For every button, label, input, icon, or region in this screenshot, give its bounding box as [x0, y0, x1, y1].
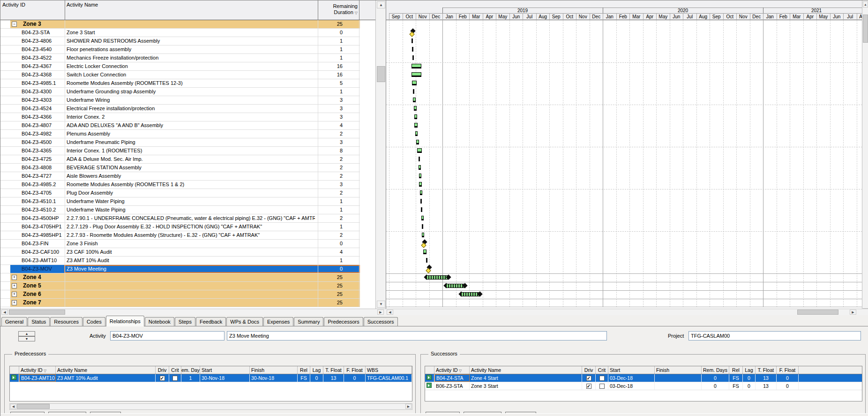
remaining-duration-cell[interactable]: 1	[305, 89, 343, 94]
expand-icon[interactable]: +	[12, 300, 17, 305]
activity-row[interactable]: B04-Z3-4303Underframe Wiring3	[0, 96, 360, 105]
remaining-duration-cell[interactable]: 5	[305, 80, 343, 86]
timescale-month[interactable]: Sep	[710, 13, 723, 20]
tab-feedback[interactable]: Feedback	[196, 317, 226, 326]
activity-row[interactable]: B04-Z3-CAF100Z3 CAF 100% Audit4	[0, 248, 360, 257]
tab-relationships[interactable]: Relationships	[106, 316, 144, 326]
activity-name-cell[interactable]: Electrical Freeze installation/protectio…	[67, 106, 315, 111]
timescale-month[interactable]: Jun	[830, 13, 844, 20]
rel-col-header[interactable]: Start	[608, 366, 655, 374]
activity-id-cell[interactable]: B04-Z3-4806	[22, 38, 52, 44]
activity-name-cell[interactable]: Underframe Wiring	[67, 97, 315, 103]
task-bar-short[interactable]	[420, 199, 422, 204]
rel-cell-id[interactable]: B06-Z3-STA	[434, 382, 470, 390]
activity-row[interactable]: B04-Z3-FINZone 3 Finish0	[0, 240, 360, 248]
activity-id-cell[interactable]: B04-Z3-4522	[22, 55, 52, 61]
task-bar[interactable]	[415, 131, 418, 136]
remaining-duration-cell[interactable]: 2	[305, 156, 343, 162]
rel-cell-name[interactable]: Zone 4 Start	[470, 374, 582, 382]
activity-id-cell[interactable]: B04-Z3-4985.2	[22, 182, 56, 187]
scrollbar-thumb[interactable]	[377, 66, 385, 82]
task-bar[interactable]	[414, 106, 417, 111]
rel-cell-wbs[interactable]: TFG-CASLAM00.1	[366, 374, 412, 382]
group-row[interactable]: +Zone 425	[0, 273, 360, 282]
activity-id-cell[interactable]: B04-Z3-4982	[22, 131, 52, 136]
activity-row[interactable]: B04-Z3-4985.2Roomette Modules Assembly (…	[0, 181, 360, 189]
activity-row[interactable]: B04-Z3-4705Plug Door Assembly2	[0, 189, 360, 197]
activity-row[interactable]: B04-Z3-4300Underframe Grounding strap As…	[0, 88, 360, 96]
timescale-month[interactable]: Mar	[629, 13, 643, 20]
activity-id-cell[interactable]: B04-Z3-4985HP1	[22, 232, 62, 238]
remaining-duration-cell[interactable]: 1	[305, 46, 343, 52]
timescale-month[interactable]: Oct	[723, 13, 737, 20]
activity-id-cell[interactable]: B04-Z3-4510.1	[22, 198, 56, 204]
remaining-duration-cell[interactable]: 4	[305, 122, 343, 128]
activity-name-cell[interactable]: BEVERAGE STATION Assembly	[67, 165, 315, 170]
remaining-duration-cell[interactable]: 25	[305, 300, 343, 305]
rel-col-header[interactable]: Lag	[310, 366, 323, 374]
activity-name-cell[interactable]: Roomette Modules Assembly (ROOMETTES 1 &…	[67, 182, 315, 187]
remaining-duration-cell[interactable]: 3	[305, 114, 343, 120]
remaining-duration-cell[interactable]: 4	[305, 249, 343, 255]
remaining-duration-cell[interactable]: 3	[305, 139, 343, 145]
tab-successors[interactable]: Successors	[364, 317, 398, 326]
activity-id-cell[interactable]: B04-Z3-4500HP	[22, 215, 59, 221]
task-bar-short[interactable]	[413, 89, 414, 94]
activity-row[interactable]: B04-Z3-4524Electrical Freeze installatio…	[0, 105, 360, 113]
rel-cell-lag[interactable]: 0	[743, 382, 756, 390]
remaining-duration-cell[interactable]: 2	[305, 165, 343, 170]
rel-cell-start[interactable]: 30-Nov-18	[200, 374, 250, 382]
rel-col-header[interactable]: Rel	[729, 366, 743, 374]
col-header-activity-id[interactable]: Activity ID	[2, 2, 25, 8]
timescale-month[interactable]: Oct	[403, 13, 416, 20]
activity-id-field[interactable]	[110, 331, 224, 340]
activity-row[interactable]: B04-Z3-4985.1Roomette Modules Assembly (…	[0, 79, 360, 88]
rel-cell-rem_days[interactable]: 1	[181, 374, 200, 382]
activity-id-cell[interactable]: B04-Z3-4500	[22, 139, 52, 145]
column-divider[interactable]	[318, 0, 318, 20]
timescale-month[interactable]: Feb	[456, 13, 470, 20]
group-row[interactable]: +Zone 625	[0, 290, 360, 299]
tab-resources[interactable]: Resources	[50, 317, 82, 326]
timescale-year[interactable]: 2019	[442, 8, 603, 13]
column-divider[interactable]	[65, 0, 65, 20]
timescale-year[interactable]: 2021	[763, 8, 862, 13]
activity-row[interactable]: B04-Z3-4727Aisle Blowers Assembly2	[0, 172, 360, 181]
remaining-duration-cell[interactable]: 25	[305, 291, 343, 297]
timescale-month[interactable]: Jul	[523, 13, 536, 20]
activity-name-cell[interactable]: Z3 Move Meeting	[67, 266, 315, 272]
activity-name-cell[interactable]: Zone 3 Finish	[67, 241, 315, 246]
activity-row[interactable]: B04-Z3-4808BEVERAGE STATION Assembly2	[0, 164, 360, 172]
scrollbar-thumb[interactable]	[863, 15, 868, 43]
activity-id-cell[interactable]: B04-Z3-FIN	[22, 241, 48, 246]
task-bar[interactable]	[420, 190, 422, 195]
rel-cell-t_float[interactable]: 13	[323, 374, 344, 382]
task-bar[interactable]	[412, 72, 421, 77]
critical-checkbox[interactable]	[599, 384, 605, 389]
activity-id-cell[interactable]: B04-Z3-4524	[22, 106, 52, 111]
activity-id-cell[interactable]: B04-Z3-AMT10	[22, 257, 57, 263]
rel-col-header[interactable]: Crit	[596, 366, 608, 374]
activity-name-cell[interactable]: Aisle Blowers Assembly	[67, 173, 315, 179]
remaining-duration-cell[interactable]: 0	[305, 241, 343, 246]
activity-row[interactable]: B04-Z3-4510.2Underframe Waste Piping1	[0, 206, 360, 214]
activity-id-cell[interactable]: B04-Z3-MOV	[22, 266, 52, 272]
relationship-row[interactable]: B04-Z4-STAZone 4 Start✓03-Dec-180FS0130	[425, 374, 862, 382]
timescale-month[interactable]: Dec	[429, 13, 443, 20]
rel-cell-finish[interactable]	[655, 374, 702, 382]
task-bar[interactable]	[412, 81, 417, 85]
activity-name-cell[interactable]: Floor penetrations assembly	[67, 46, 315, 52]
tab-wps-docs[interactable]: WPs & Docs	[226, 317, 263, 326]
activity-id-cell[interactable]: B04-Z3-4367	[22, 63, 52, 69]
timescale-month[interactable]: Apr	[803, 13, 817, 20]
remaining-duration-cell[interactable]: 0	[305, 30, 343, 35]
group-row[interactable]: +Zone 725	[0, 299, 360, 307]
remaining-duration-cell[interactable]: 25	[305, 283, 343, 288]
tab-expenses[interactable]: Expenses	[263, 317, 293, 326]
driving-checkbox[interactable]: ✓	[586, 384, 591, 389]
remaining-duration-cell[interactable]: 0	[305, 266, 343, 272]
scroll-up-icon[interactable]: ▲	[377, 1, 385, 8]
timescale-month[interactable]: Apr	[483, 13, 496, 20]
tab-steps[interactable]: Steps	[175, 317, 195, 326]
remaining-duration-cell[interactable]: 1	[305, 55, 343, 61]
